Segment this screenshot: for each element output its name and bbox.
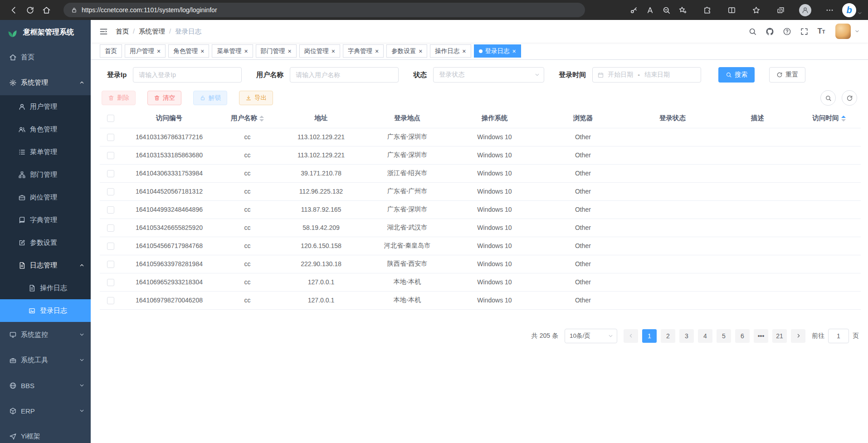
tab-close-icon[interactable]: ×	[462, 48, 466, 54]
password-key-button[interactable]	[625, 2, 642, 18]
page-button-1[interactable]: 1	[642, 329, 657, 343]
font-size-button[interactable]: TT	[814, 24, 828, 38]
tab-close-icon[interactable]: ×	[244, 48, 248, 54]
sidebar-item-login-log[interactable]: 登录日志	[0, 299, 91, 322]
tab-dept-mgmt[interactable]: 部门管理×	[256, 44, 297, 58]
fullscreen-button[interactable]	[797, 24, 811, 38]
tab-close-icon[interactable]: ×	[375, 48, 379, 54]
reset-button[interactable]: 重置	[769, 67, 805, 83]
sort-icon[interactable]	[841, 116, 846, 122]
select-all-checkbox[interactable]	[107, 115, 114, 122]
status-select[interactable]: 登录状态	[433, 67, 544, 83]
tab-param-settings[interactable]: 参数设置×	[386, 44, 427, 58]
sidebar-item-bbs[interactable]: BBS	[0, 373, 91, 398]
browser-home-button[interactable]	[38, 2, 54, 18]
col-time[interactable]: 访问时间	[797, 109, 861, 128]
login-ip-input[interactable]	[133, 67, 242, 83]
row-checkbox[interactable]	[107, 243, 114, 250]
add-favorite-button[interactable]	[674, 2, 691, 18]
row-checkbox[interactable]	[107, 279, 114, 286]
sidebar-item-sys-tools[interactable]: 系统工具	[0, 347, 91, 373]
sidebar-item-param-settings[interactable]: 参数设置	[0, 231, 91, 254]
row-checkbox[interactable]	[107, 170, 114, 177]
sidebar-item-yi-framework[interactable]: Yi框架	[0, 424, 91, 443]
tab-user-mgmt[interactable]: 用户管理×	[125, 44, 166, 58]
sidebar-item-erp[interactable]: ERP	[0, 398, 91, 424]
sidebar-item-log-mgmt[interactable]: 日志管理	[0, 254, 91, 277]
favorites-button[interactable]	[748, 2, 764, 18]
sidebar-item-role-mgmt[interactable]: 角色管理	[0, 118, 91, 141]
tab-operation-log[interactable]: 操作日志×	[430, 44, 471, 58]
tab-close-icon[interactable]: ×	[288, 48, 292, 54]
sidebar-item-home[interactable]: 首页	[0, 44, 91, 70]
page-button-2[interactable]: 2	[661, 329, 675, 343]
col-user-name[interactable]: 用户名称	[217, 109, 278, 128]
row-checkbox[interactable]	[107, 134, 114, 141]
extensions-button[interactable]	[699, 2, 715, 18]
help-button[interactable]	[780, 24, 794, 38]
row-checkbox[interactable]	[107, 261, 114, 268]
tab-close-icon[interactable]: ×	[332, 48, 335, 54]
tab-close-icon[interactable]: ×	[419, 48, 422, 54]
collections-button[interactable]	[772, 2, 789, 18]
tab-post-mgmt[interactable]: 岗位管理×	[299, 44, 340, 58]
page-button-6[interactable]: 6	[735, 329, 750, 343]
header-search-button[interactable]	[746, 24, 759, 38]
sort-icon[interactable]	[259, 116, 264, 122]
search-button[interactable]: 搜索	[718, 67, 755, 83]
delete-button[interactable]: 删除	[102, 91, 136, 105]
page-button-3[interactable]: 3	[679, 329, 694, 343]
clear-button[interactable]: 清空	[147, 91, 181, 105]
split-screen-button[interactable]	[723, 2, 740, 18]
browser-settings-button[interactable]	[821, 2, 838, 18]
tab-close-icon[interactable]: ×	[157, 48, 161, 54]
browser-refresh-button[interactable]	[22, 2, 38, 18]
user-name-input[interactable]	[290, 67, 399, 83]
bing-button[interactable]: b	[842, 3, 856, 17]
tab-close-icon[interactable]: ×	[512, 48, 516, 54]
read-aloud-button[interactable]	[642, 2, 658, 18]
tab-close-icon[interactable]: ×	[200, 48, 204, 54]
tab-dict-mgmt[interactable]: 字典管理×	[343, 44, 384, 58]
sidebar-collapse-button[interactable]	[99, 27, 108, 36]
sidebar-item-post-mgmt[interactable]: 岗位管理	[0, 186, 91, 209]
sidebar-item-dict-mgmt[interactable]: 字典管理	[0, 209, 91, 231]
sidebar-item-dept-mgmt[interactable]: 部门管理	[0, 163, 91, 186]
bing-dropdown-caret[interactable]	[857, 10, 863, 16]
browser-profile-button[interactable]	[797, 2, 813, 18]
tab-home[interactable]: 首页	[100, 44, 122, 58]
unlock-button[interactable]: 解锁	[193, 91, 227, 105]
page-button-4[interactable]: 4	[698, 329, 712, 343]
sidebar-item-user-mgmt[interactable]: 用户管理	[0, 95, 91, 118]
row-checkbox[interactable]	[107, 152, 114, 159]
tab-role-mgmt[interactable]: 角色管理×	[168, 44, 209, 58]
more-pages-button[interactable]: •••	[754, 329, 768, 343]
prev-page-button[interactable]	[624, 329, 638, 343]
row-checkbox[interactable]	[107, 188, 114, 195]
row-checkbox[interactable]	[107, 206, 114, 214]
toggle-search-button[interactable]	[820, 90, 836, 106]
sidebar-item-system-mgmt[interactable]: 系统管理	[0, 70, 91, 95]
next-page-button[interactable]	[791, 329, 805, 343]
address-bar[interactable]: https://ccnetcore.com:1101/system/log/lo…	[63, 3, 585, 17]
breadcrumb-system-mgmt[interactable]: 系统管理	[139, 27, 165, 36]
tab-login-log[interactable]: 登录日志×	[474, 44, 521, 58]
github-button[interactable]	[763, 24, 776, 38]
sidebar-item-sys-monitor[interactable]: 系统监控	[0, 322, 91, 347]
zoom-button[interactable]	[658, 2, 674, 18]
date-range-picker[interactable]: 开始日期 - 结束日期	[592, 67, 701, 83]
avatar-dropdown-caret[interactable]	[854, 29, 860, 34]
breadcrumb-home[interactable]: 首页	[116, 27, 129, 36]
browser-back-button[interactable]	[5, 2, 22, 18]
page-button-21[interactable]: 21	[772, 329, 787, 343]
sidebar-item-operation-log[interactable]: 操作日志	[0, 277, 91, 299]
tab-menu-mgmt[interactable]: 菜单管理×	[212, 44, 253, 58]
goto-page-input[interactable]	[828, 329, 849, 343]
export-button[interactable]: 导出	[239, 91, 273, 105]
row-checkbox[interactable]	[107, 224, 114, 232]
row-checkbox[interactable]	[107, 297, 114, 304]
sidebar-item-menu-mgmt[interactable]: 菜单管理	[0, 141, 91, 163]
refresh-table-button[interactable]	[842, 90, 857, 106]
page-size-select[interactable]: 10条/页	[565, 329, 617, 343]
page-button-5[interactable]: 5	[717, 329, 731, 343]
